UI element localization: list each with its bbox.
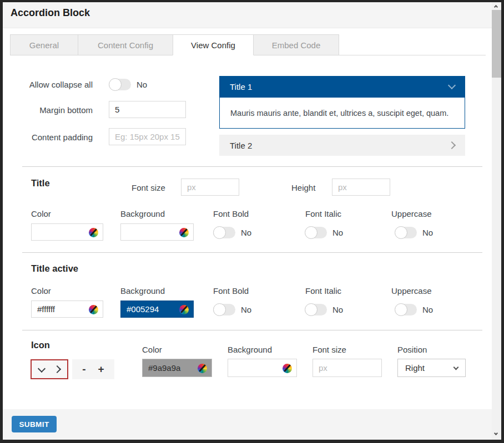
accordion-preview: Title 1 Mauris mauris ante, blandit et, … (219, 76, 465, 156)
title-font-bold-toggle[interactable] (213, 227, 235, 238)
icon-position-select[interactable]: Right (397, 359, 466, 377)
margin-bottom-input[interactable] (109, 101, 186, 118)
title-active-color-label: Color (31, 286, 51, 296)
title-font-bold-value: No (241, 228, 251, 237)
accordion-item-2-header[interactable]: Title 2 (219, 135, 465, 156)
chevron-down-icon (38, 364, 46, 372)
tab-view-config[interactable]: View Config (173, 34, 254, 55)
tab-embed-code[interactable]: Embed Code (253, 34, 339, 55)
allow-collapse-all-label: Allow collapse all (22, 80, 93, 89)
icon-color-field (142, 359, 212, 377)
title-active-background-field (120, 301, 194, 318)
title-uppercase-value: No (422, 228, 433, 237)
toggle-knob (395, 226, 407, 239)
icon-font-size-label: Font size (313, 345, 346, 354)
color-picker-icon[interactable] (179, 305, 189, 314)
accordion-item-1-title: Title 1 (230, 82, 252, 91)
content-padding-label: Content padding (22, 133, 93, 142)
title-active-font-italic-value: No (332, 305, 343, 314)
modal-footer (3, 409, 492, 440)
title-active-background-label: Background (120, 286, 165, 296)
title-font-italic-label: Font Italic (305, 209, 341, 218)
screenshot-frame: Accordion Block General Content Config V… (0, 0, 504, 443)
title-color-label: Color (31, 209, 51, 218)
icon-section-heading: Icon (31, 340, 50, 350)
title-active-font-italic-toggle[interactable] (305, 304, 327, 315)
toggle-knob (213, 303, 226, 316)
title-background-field (120, 223, 194, 241)
tab-general[interactable]: General (10, 34, 78, 55)
title-active-font-bold-value: No (241, 305, 251, 314)
section-divider (22, 252, 482, 253)
allow-collapse-all-value: No (137, 80, 147, 89)
title-uppercase-toggle[interactable] (395, 227, 417, 238)
title-active-font-bold-toggle[interactable] (213, 304, 235, 315)
accordion-item-1-content: Mauris mauris ante, blandit et, ultrices… (219, 97, 465, 129)
title-height-input[interactable] (332, 179, 390, 196)
icon-style-plus-minus-selector[interactable]: - + (72, 359, 114, 379)
allow-collapse-all-toggle[interactable] (109, 79, 131, 90)
title-active-section-heading: Title active (31, 263, 78, 274)
title-height-label: Height (291, 183, 315, 192)
icon-background-label: Background (228, 345, 272, 354)
chevron-down-icon (448, 82, 456, 89)
title-active-uppercase-value: No (422, 305, 433, 314)
section-divider (22, 166, 482, 167)
toggle-knob (395, 303, 407, 316)
title-font-italic-toggle[interactable] (305, 227, 327, 238)
icon-font-size-input[interactable] (313, 359, 382, 377)
title-active-uppercase-label: Uppercase (391, 286, 432, 296)
accordion-item-2-title: Title 2 (230, 141, 252, 150)
title-uppercase-label: Uppercase (391, 209, 432, 218)
title-section-heading: Title (31, 178, 50, 189)
title-active-font-italic-label: Font Italic (305, 286, 341, 296)
toggle-knob (305, 303, 317, 316)
title-font-italic-value: No (332, 228, 343, 237)
icon-position-value: Right (405, 363, 425, 373)
icon-color-label: Color (142, 345, 162, 354)
toggle-knob (305, 226, 317, 239)
accordion-item-1-header[interactable]: Title 1 (219, 76, 465, 97)
toggle-knob (213, 226, 226, 239)
title-color-field (31, 223, 103, 241)
color-picker-icon[interactable] (89, 228, 98, 237)
title-active-color-field (31, 301, 103, 318)
minus-icon: - (82, 363, 85, 375)
submit-button[interactable]: SUBMIT (12, 416, 57, 432)
icon-background-field (228, 359, 297, 377)
toggle-knob (109, 78, 122, 91)
title-active-uppercase-toggle[interactable] (395, 304, 417, 315)
margin-bottom-label: Margin bottom (22, 105, 93, 115)
modal-title: Accordion Block (11, 7, 90, 19)
color-picker-icon[interactable] (179, 228, 189, 237)
title-font-bold-label: Font Bold (213, 209, 249, 218)
chevron-right-icon (53, 365, 61, 373)
title-background-label: Background (120, 209, 165, 218)
title-active-font-bold-label: Font Bold (213, 286, 249, 296)
title-font-size-input[interactable] (181, 179, 239, 196)
tab-content-config[interactable]: Content Config (78, 34, 173, 55)
color-picker-icon[interactable] (89, 305, 98, 314)
icon-style-chevron-selector[interactable] (31, 359, 68, 379)
content-padding-input[interactable] (109, 128, 186, 145)
title-font-size-label: Font size (132, 183, 165, 192)
accordion-content-text: Mauris mauris ante, blandit et, ultrices… (230, 109, 448, 118)
icon-position-label: Position (397, 345, 427, 354)
scrollbar-thumb[interactable] (492, 10, 501, 78)
color-picker-icon[interactable] (283, 364, 292, 373)
plus-icon: + (98, 363, 104, 375)
color-picker-icon[interactable] (198, 364, 207, 373)
chevron-down-icon (453, 365, 459, 370)
section-divider (22, 330, 482, 330)
chevron-right-icon (448, 141, 456, 149)
